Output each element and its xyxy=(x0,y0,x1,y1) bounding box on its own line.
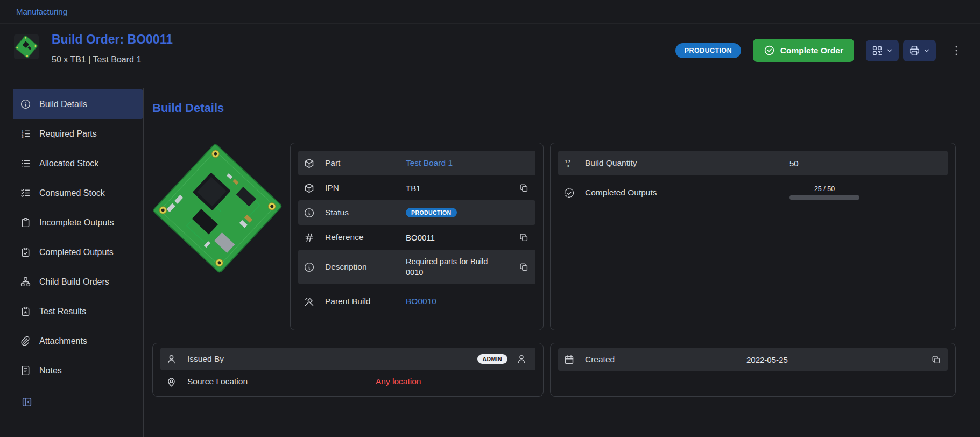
sidebar-item-child-build-orders[interactable]: Child Build Orders xyxy=(13,267,143,297)
sidebar-item-label: Child Build Orders xyxy=(39,277,109,287)
printer-icon xyxy=(908,45,920,57)
ipn-label: IPN xyxy=(325,183,406,193)
owner-user-icon xyxy=(516,354,527,364)
pcb-image-graphic xyxy=(152,143,283,274)
created-row: Created 2022-05-25 xyxy=(558,348,948,371)
build-quantity-label: Build Quantity xyxy=(585,158,789,168)
issued-panel: Issued By ADMIN Source Location Any loca… xyxy=(152,343,544,397)
status-badge: PRODUCTION xyxy=(675,43,741,58)
circle-check-icon xyxy=(764,45,775,56)
page-title: Build Order: BO0011 xyxy=(52,32,173,47)
part-image[interactable] xyxy=(152,143,283,330)
sidebar-collapse-button[interactable] xyxy=(20,395,34,409)
sidebar-item-notes[interactable]: Notes xyxy=(13,356,143,385)
list-numbers-icon xyxy=(20,128,31,139)
numbers-123-icon xyxy=(563,158,577,169)
issued-by-badge: ADMIN xyxy=(477,354,507,364)
notes-icon xyxy=(20,365,31,376)
sidebar-item-build-details[interactable]: Build Details xyxy=(13,89,143,119)
sidebar-item-incomplete-outputs[interactable]: Incomplete Outputs xyxy=(13,208,143,237)
sidebar-item-allocated-stock[interactable]: Allocated Stock xyxy=(13,149,143,178)
completed-outputs-progress: 25 / 50 xyxy=(789,185,859,200)
part-label: Part xyxy=(325,158,406,168)
status-icon xyxy=(304,207,318,219)
detail-row-ipn: IPN TB1 xyxy=(298,175,535,200)
completed-outputs-label: Completed Outputs xyxy=(585,188,789,198)
sidebar-collapse-icon xyxy=(21,396,33,408)
sidebar-item-label: Completed Outputs xyxy=(39,248,114,257)
detail-row-reference: Reference BO0011 xyxy=(298,225,535,250)
page: Manufacturing Build Order: BO0011 50 x T… xyxy=(0,0,980,437)
part-icon xyxy=(304,158,318,169)
sidebar-item-attachments[interactable]: Attachments xyxy=(13,326,143,356)
sidebar-item-label: Required Parts xyxy=(39,129,97,139)
sidebar-item-completed-outputs[interactable]: Completed Outputs xyxy=(13,237,143,267)
detail-row-parent-build: Parent Build BO0010 xyxy=(298,284,535,319)
page-subtitle: 50 x TB1 | Test Board 1 xyxy=(52,55,173,65)
print-actions-button[interactable] xyxy=(903,40,936,61)
chevron-down-icon xyxy=(886,47,893,54)
list-check-icon xyxy=(20,187,31,199)
more-actions-button[interactable] xyxy=(948,42,965,59)
panel-heading: Build Details xyxy=(152,101,956,115)
complete-order-button[interactable]: Complete Order xyxy=(753,39,854,62)
build-thumbnail[interactable] xyxy=(14,34,39,59)
dots-vertical-icon xyxy=(950,44,963,57)
detail-row-status: Status PRODUCTION xyxy=(298,200,535,225)
ipn-icon xyxy=(304,182,318,194)
reference-label: Reference xyxy=(325,232,406,242)
complete-order-label: Complete Order xyxy=(780,46,843,55)
reference-value: BO0011 xyxy=(406,233,435,242)
ipn-value: TB1 xyxy=(406,184,421,193)
clipboard-check-icon xyxy=(20,246,31,258)
copy-icon xyxy=(519,232,529,243)
clipboard-icon xyxy=(20,217,31,228)
pcb-thumbnail-graphic xyxy=(14,34,39,59)
completed-outputs-row: Completed Outputs 25 / 50 xyxy=(558,175,948,210)
copy-icon xyxy=(931,355,941,365)
sidebar-footer xyxy=(0,389,143,410)
sidebar-item-label: Allocated Stock xyxy=(39,159,98,168)
sidebar-item-label: Incomplete Outputs xyxy=(39,218,114,228)
created-label: Created xyxy=(585,355,746,364)
copy-description-button[interactable] xyxy=(518,261,530,273)
build-quantity-row: Build Quantity 50 xyxy=(558,151,948,175)
sidebar-item-label: Consumed Stock xyxy=(39,188,105,198)
breadcrumb: Manufacturing xyxy=(0,0,980,24)
copy-icon xyxy=(519,183,529,193)
breadcrumb-manufacturing[interactable]: Manufacturing xyxy=(16,7,67,16)
source-location-value: Any location xyxy=(376,377,421,386)
info-circle-icon xyxy=(20,98,31,110)
sidebar-item-label: Notes xyxy=(39,366,62,376)
description-icon xyxy=(304,262,318,273)
barcode-actions-button[interactable] xyxy=(866,40,899,61)
description-label: Description xyxy=(325,262,406,272)
progress-text: 25 / 50 xyxy=(814,185,835,193)
status-value-badge: PRODUCTION xyxy=(406,208,457,217)
user-icon xyxy=(166,354,180,365)
sitemap-icon xyxy=(20,276,31,287)
part-link[interactable]: Test Board 1 xyxy=(406,158,453,168)
title-block: Build Order: BO0011 50 x TB1 | Test Boar… xyxy=(52,32,173,65)
copy-reference-button[interactable] xyxy=(518,231,530,244)
sidebar-item-label: Build Details xyxy=(39,100,87,109)
sidebar-item-test-results[interactable]: Test Results xyxy=(13,297,143,326)
sidebar-item-required-parts[interactable]: Required Parts xyxy=(13,119,143,149)
main-content: Build Details xyxy=(144,88,980,437)
progress-track xyxy=(789,195,859,200)
description-value: Required parts for Build 0010 xyxy=(406,256,505,278)
map-pin-icon xyxy=(166,376,180,387)
header: Build Order: BO0011 50 x TB1 | Test Boar… xyxy=(0,24,980,88)
source-location-row: Source Location Any location xyxy=(160,370,535,393)
sidebar-item-consumed-stock[interactable]: Consumed Stock xyxy=(13,178,143,208)
quantity-panel: Build Quantity 50 Completed Outputs 25 /… xyxy=(550,143,956,330)
build-quantity-value: 50 xyxy=(789,159,799,168)
hash-icon xyxy=(304,232,318,243)
parent-build-link[interactable]: BO0010 xyxy=(406,297,436,306)
sidebar: Build Details Required Parts Allocated S… xyxy=(0,88,144,437)
parent-build-label: Parent Build xyxy=(325,295,406,307)
copy-created-button[interactable] xyxy=(930,354,942,366)
copy-ipn-button[interactable] xyxy=(518,182,530,194)
issued-by-label: Issued By xyxy=(187,354,376,364)
progress-check-icon xyxy=(563,187,577,199)
